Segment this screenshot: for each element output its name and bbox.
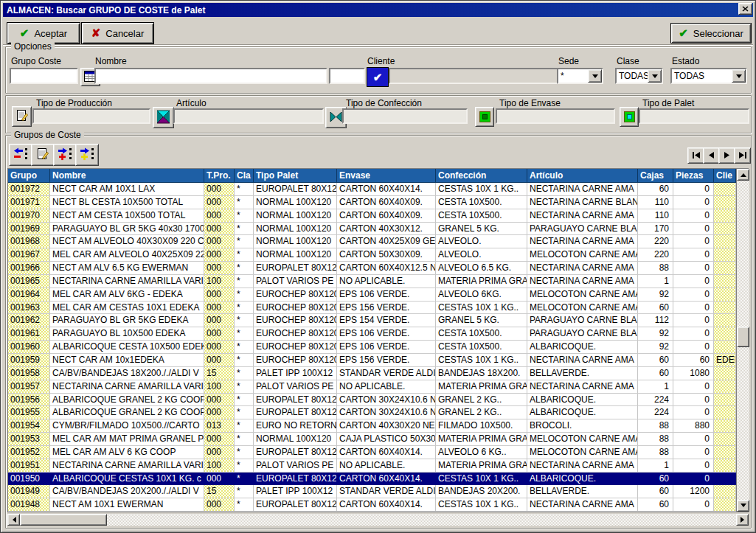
table-row[interactable]: 001951NECTARINA CARNE AMARILLA VARI100*P… — [8, 459, 736, 473]
nav-last-button[interactable] — [734, 147, 751, 164]
articulo-filter-button[interactable] — [153, 107, 174, 128]
table-row[interactable]: 001948NECT AM 10X1 EWERMAN000*EUROPALET … — [8, 498, 736, 512]
table-row[interactable]: 001967MEL CAR AM ALVEOLO 40X25X09 22000*… — [8, 248, 736, 262]
nombre-input[interactable] — [94, 68, 327, 84]
table-cell: 60 — [638, 367, 673, 380]
table-row[interactable]: 001968NECT AM ALVEOLO 40X30X09 220 C000*… — [8, 235, 736, 248]
close-button[interactable] — [738, 3, 752, 15]
nav-prev-button[interactable] — [703, 147, 720, 164]
table-cell: 0 — [673, 446, 714, 459]
table-row[interactable]: 001957NECTARINA CARNE AMARILLA VARI100*P… — [8, 380, 736, 394]
table-cell: 1080 — [673, 367, 714, 380]
table-cell: 000 — [204, 314, 235, 327]
table-row[interactable]: 001952MEL CAR AM ALV 6 KG COOP000*EUROPA… — [8, 446, 736, 459]
table-row[interactable]: 001971NECT BL CESTA 10X500 TOTAL000*NORM… — [8, 196, 736, 209]
table-cell: CESTAS 10X 1 KG.. — [436, 354, 527, 367]
table-cell: 170 — [638, 223, 673, 236]
table-row[interactable]: 001950ALBARICOQUE CESTAS 10X1 KG. c000*E… — [8, 473, 736, 486]
table-cell — [714, 459, 736, 473]
table-cell: 001969 — [8, 223, 50, 236]
scroll-up-button[interactable] — [737, 169, 749, 181]
table-cell — [714, 196, 736, 209]
table-row[interactable]: 001970NECT AM CESTA 10X500 TOTAL000*NORM… — [8, 209, 736, 223]
articulo-label: Artículo — [176, 98, 207, 108]
table-row[interactable]: 001955ALBARICOQUE GRANEL 2 KG COOP000*EU… — [8, 406, 736, 419]
cliente-code-input[interactable] — [329, 68, 365, 84]
table-cell: PALET IPP 100X12 — [254, 485, 337, 498]
table-cell: CARTON 60X40X14. — [337, 446, 436, 459]
table-cell: EUROPALET 80X12 — [254, 473, 337, 486]
tipo-palet-filter-button[interactable] — [620, 107, 639, 127]
horizontal-scroll-thumb[interactable] — [20, 514, 107, 526]
table-cell — [714, 341, 736, 354]
table-cell — [714, 248, 736, 262]
articulo-field — [173, 108, 324, 124]
nav-next-icon — [724, 150, 730, 161]
table-row[interactable]: 001966NECT AM ALV 6.5 KG EWERMAN000*EURO… — [8, 262, 736, 275]
table-row[interactable]: 001954CYM/BR/FILMADO 10X500.//CARTO013*E… — [8, 419, 736, 433]
table-cell: * — [235, 380, 254, 394]
table-cell: NECTARINA CARNE AMARILLA VARI — [50, 459, 204, 473]
estado-dropdown-button[interactable] — [732, 69, 746, 83]
grupo-coste-input[interactable] — [10, 68, 78, 84]
cliente-lookup-button[interactable]: ✔ — [367, 67, 389, 87]
select-button[interactable]: ✔ Seleccionar — [670, 23, 752, 43]
scroll-right-button[interactable] — [736, 514, 749, 526]
clase-dropdown-button[interactable] — [648, 69, 662, 83]
sede-dropdown-button[interactable] — [588, 69, 602, 83]
table-cell: EPS 154 VERDE. — [337, 314, 436, 327]
table-cell: * — [235, 341, 254, 354]
table-cell: 60 — [638, 473, 673, 486]
table-row[interactable]: 001963MEL CAR AM CESTAS 10X1 EDEKA000*EU… — [8, 302, 736, 315]
table-cell: NO APLICABLE. — [337, 459, 436, 473]
table-row[interactable]: 001949CA/BV/BANDEJAS 20X200././ALDI V15*… — [8, 485, 736, 498]
tipo-envase-filter-button[interactable] — [475, 107, 494, 127]
table-row[interactable]: 001962PARAGUAYO BL GR 5KG EDEKA000*EUROC… — [8, 314, 736, 327]
add-item-button[interactable] — [53, 144, 77, 166]
table-row[interactable]: 001965NECTARINA CARNE AMARILLA VARI100*P… — [8, 275, 736, 288]
nav-first-button[interactable] — [687, 147, 704, 164]
edit-item-button[interactable] — [31, 144, 55, 166]
table-row[interactable]: 001960ALBARICOQUE CESTA 10X500 EDEK000*E… — [8, 341, 736, 354]
table-cell: ALBARICOQUE. — [527, 341, 638, 354]
nav-next-button[interactable] — [718, 147, 735, 164]
tipo-confeccion-field — [342, 108, 468, 124]
table-row[interactable]: 001953MEL CAR AM MAT PRIMA GRANEL PL000*… — [8, 433, 736, 446]
scroll-left-button[interactable] — [7, 514, 20, 526]
table-cell — [714, 419, 736, 433]
horizontal-scrollbar[interactable] — [7, 514, 749, 526]
triangle-right-icon — [741, 517, 747, 523]
table-cell: CA/BV/BANDEJAS 20X200././ALDI V — [50, 485, 204, 498]
table-row[interactable]: 001958CA/BV/BANDEJAS 18X200././ALDI V15*… — [8, 367, 736, 380]
sede-select[interactable]: * — [557, 68, 603, 84]
table-row[interactable]: 001959NECT CAR AM 10x1EDEKA000*EUROCHEP … — [8, 354, 736, 367]
table-row[interactable]: 001972NECT CAR AM 10X1 LAX000*EUROPALET … — [8, 183, 736, 196]
add-special-item-button[interactable] — [75, 144, 99, 166]
tipo-produccion-edit-button[interactable] — [12, 106, 32, 127]
vertical-scroll-thumb[interactable] — [737, 327, 749, 347]
table-cell: 60 — [638, 485, 673, 498]
column-header: Grupo — [8, 169, 50, 183]
estado-select[interactable]: TODAS — [670, 68, 747, 84]
table-cell: GRANEL 2 KG.. — [436, 394, 527, 407]
table-cell: PARAGUAYO CARNE BLA — [527, 314, 638, 327]
table-cell — [714, 327, 736, 341]
scroll-down-button[interactable] — [737, 500, 749, 512]
table-row[interactable]: 001969PARAGUAYO BL GR 5KG 40x30 1700000*… — [8, 223, 736, 236]
table-row[interactable]: 001964MEL CAR AM ALV 6KG - EDEKA000*EURO… — [8, 288, 736, 302]
column-header: Cla — [235, 169, 254, 183]
table-row[interactable]: 001961PARAGUAYO BL 10X500 EDEKA000*EUROC… — [8, 327, 736, 341]
table-cell: NECT AM ALVEOLO 40X30X09 220 C — [50, 235, 204, 248]
table-row[interactable]: 001956ALBARICOQUE GRANEL 2 KG COOP000*EU… — [8, 394, 736, 407]
table-cell: CARTON 60X40X14. — [337, 498, 436, 512]
clase-select[interactable]: TODAS — [615, 68, 663, 84]
table-cell: 0 — [673, 327, 714, 341]
remove-item-button[interactable] — [9, 144, 32, 166]
vertical-scrollbar[interactable] — [736, 169, 749, 512]
cancel-button[interactable]: ✘ Cancelar — [81, 22, 154, 44]
table-cell: FILMADO 10X500. — [436, 419, 527, 433]
triangle-left-icon — [10, 517, 16, 523]
table-cell: STANDAR VERDE ALDI — [337, 485, 436, 498]
cancel-x-icon: ✘ — [91, 28, 101, 38]
table-cell: MELOCOTON CARNE AMA — [527, 288, 638, 302]
